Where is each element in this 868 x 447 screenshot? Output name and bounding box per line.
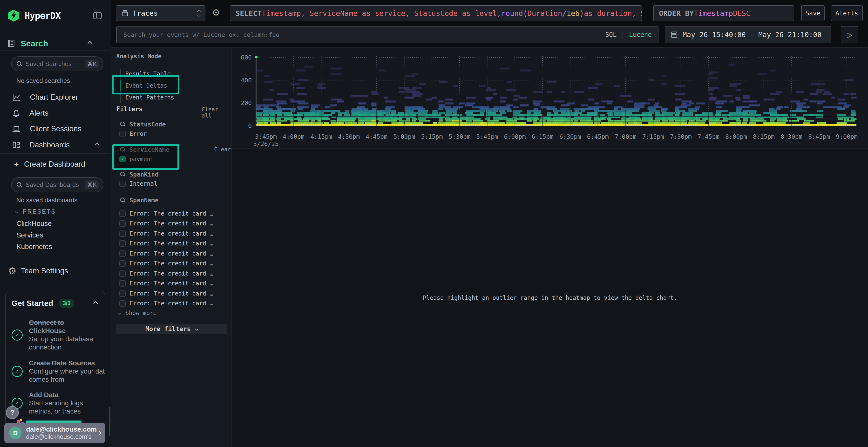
divider [0, 50, 111, 50]
help-button[interactable]: ? [6, 406, 19, 419]
presets-toggle[interactable]: PRESETS [16, 208, 56, 215]
filter-option-spanname[interactable]: Error: The credit card … [119, 248, 230, 259]
mode-tab-results-table[interactable]: Results Table [125, 68, 171, 80]
mode-tab-event-deltas[interactable]: Event Deltas [125, 80, 167, 92]
mode-tab-label: Event Deltas [125, 82, 167, 89]
saved-searches-input[interactable] [25, 60, 82, 68]
filter-option-spanname[interactable]: Error: The credit card … [119, 229, 230, 239]
chart-line-icon [12, 93, 21, 101]
checkbox-unchecked[interactable] [119, 300, 126, 307]
save-button[interactable]: Save [801, 5, 825, 21]
sidebar-item-chart-explorer[interactable]: Chart Explorer [0, 90, 111, 105]
svg-text:600: 600 [241, 54, 252, 61]
event-search-bar[interactable]: SQL | Lucene [116, 26, 658, 43]
checkbox-unchecked[interactable] [119, 280, 126, 286]
order-by-input[interactable]: ORDER BY Timestamp DESC [653, 5, 794, 21]
chevron-down-icon [118, 311, 122, 315]
alerts-button[interactable]: Alerts [831, 5, 863, 21]
filter-option-spanname[interactable]: Error: The credit card … [119, 288, 230, 299]
checkbox-unchecked[interactable] [119, 250, 126, 257]
saved-dashboards-search[interactable]: ⌘K [11, 177, 103, 192]
filter-option-spanname[interactable]: Error: The credit card … [119, 219, 230, 229]
preset-services[interactable]: Services [17, 231, 43, 239]
get-started-item[interactable]: ✓ Create Data Sources Configure where yo… [11, 359, 99, 384]
sidebar-item-alerts[interactable]: Alerts [0, 106, 111, 121]
scrollbar-thumb[interactable] [109, 407, 111, 436]
svg-text:8:00pm: 8:00pm [725, 133, 747, 140]
filter-option-error[interactable]: Error [119, 130, 147, 138]
spanname-options-list: Error: The credit card … Error: The cred… [119, 209, 230, 309]
filters-title: Filters [116, 105, 143, 113]
mode-tab-label: Results Table [125, 71, 171, 77]
filter-option-payment[interactable]: ✓ payment [119, 156, 154, 163]
svg-text:9:00pm: 9:00pm [836, 133, 858, 140]
preset-kubernetes[interactable]: Kubernetes [17, 243, 52, 251]
filter-option-label: Error: The credit card … [129, 230, 213, 237]
get-started-header[interactable]: Get Started 3/3 [11, 299, 99, 308]
saved-searches-search[interactable]: ⌘K [11, 56, 103, 71]
filter-option-spanname[interactable]: Error: The credit card … [119, 209, 230, 219]
svg-text:5:00pm: 5:00pm [393, 133, 415, 140]
select-query-input[interactable]: SELECT Timestamp, ServiceName as service… [230, 5, 642, 21]
checkbox-unchecked[interactable] [119, 290, 126, 297]
date-range-picker[interactable]: May 26 15:40:00 - May 26 21:10:00 [665, 26, 831, 43]
run-query-button[interactable]: ▷ [841, 26, 858, 43]
search-icon [17, 182, 22, 187]
sidebar-item-client-sessions[interactable]: Client Sessions [0, 122, 111, 136]
checkbox-unchecked[interactable] [119, 240, 126, 247]
duration-heatmap[interactable]: 02004006003:45pm4:00pm4:15pm4:30pm4:45pm… [232, 48, 868, 148]
search-icon[interactable] [120, 147, 126, 152]
source-settings-gear-icon[interactable]: ⚙ [212, 8, 220, 18]
filter-option-spanname[interactable]: Error: The credit card … [119, 299, 230, 309]
event-search-input[interactable] [123, 31, 601, 38]
search-icon[interactable] [120, 171, 126, 177]
sidebar-item-search[interactable]: Search [7, 38, 104, 49]
filter-option-internal[interactable]: Internal [119, 180, 157, 187]
show-more-button[interactable]: Show more [119, 309, 157, 317]
more-filters-button[interactable]: More filters [116, 324, 227, 334]
search-icon[interactable] [120, 197, 126, 203]
checkbox-unchecked[interactable] [119, 210, 126, 217]
sidebar-collapse-icon[interactable] [93, 12, 102, 19]
preset-clickhouse[interactable]: ClickHouse [17, 220, 52, 228]
source-select[interactable]: Traces [116, 5, 206, 21]
filter-option-spanname[interactable]: Error: The credit card … [119, 239, 230, 249]
saved-dashboards-input[interactable] [25, 181, 82, 189]
filter-option-label: Error: The credit card … [129, 240, 213, 247]
show-more-label: Show more [125, 310, 157, 316]
filter-option-spanname[interactable]: Error: The credit card … [119, 279, 230, 289]
clear-all-button[interactable]: Clear all [202, 106, 231, 119]
search-icon[interactable] [120, 122, 126, 127]
filter-option-spanname[interactable]: Error: The credit card … [119, 259, 230, 269]
get-started-item-desc: Configure where your data comes from [29, 367, 105, 384]
create-dashboard-button[interactable]: + Create Dashboard [14, 159, 85, 170]
chevron-down-icon [195, 327, 198, 331]
dashboard-grid-icon [12, 141, 20, 149]
checkbox-unchecked[interactable] [119, 131, 126, 137]
sidebar-item-dashboards[interactable]: Dashboards [0, 138, 111, 152]
get-started-item-title: Create Data Sources [29, 359, 105, 367]
checkbox-unchecked[interactable] [119, 231, 126, 237]
play-icon: ▷ [847, 31, 852, 39]
filter-option-spanname[interactable]: Error: The credit card … [119, 269, 230, 279]
checkbox-unchecked[interactable] [119, 181, 126, 187]
sidebar: HyperDX Search ⌘K No saved searches Char… [0, 0, 111, 447]
duration-heatmap-panel: 02004006003:45pm4:00pm4:15pm4:30pm4:45pm… [232, 48, 868, 148]
checkbox-checked[interactable]: ✓ [119, 156, 126, 162]
clear-servicename-button[interactable]: Clear [214, 146, 231, 152]
checkbox-unchecked[interactable] [119, 271, 126, 277]
checkbox-unchecked[interactable] [119, 260, 126, 267]
lucene-mode-toggle[interactable]: Lucene [629, 31, 652, 38]
sidebar-item-label: Dashboards [29, 141, 70, 149]
checkbox-unchecked[interactable] [119, 220, 126, 227]
app-title: HyperDX [25, 10, 61, 21]
get-started-item[interactable]: ✓ Connect to ClickHouse Set up your data… [11, 319, 99, 351]
mode-tab-event-patterns[interactable]: Event Patterns [125, 92, 174, 103]
user-menu[interactable]: D dale@clickhouse.com dale@clickhouse.co… [4, 423, 105, 443]
svg-text:4:00pm: 4:00pm [283, 133, 305, 140]
svg-text:4:30pm: 4:30pm [338, 133, 360, 140]
sql-mode-toggle[interactable]: SQL [605, 31, 617, 38]
sidebar-item-team-settings[interactable]: ⚙ Team Settings [8, 265, 68, 277]
svg-text:7:45pm: 7:45pm [698, 133, 719, 140]
get-started-item[interactable]: ✓ Add Data Start sending logs, metrics, … [11, 391, 99, 415]
